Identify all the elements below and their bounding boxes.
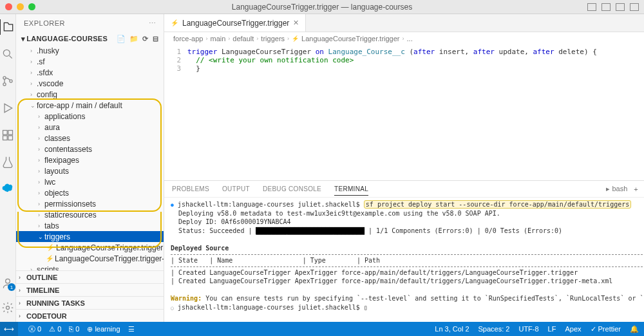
tab-output[interactable]: OUTPUT (222, 185, 250, 192)
layout-controls[interactable] (587, 3, 639, 11)
more-icon[interactable]: ⋯ (149, 19, 156, 28)
folder-layouts[interactable]: ›layouts (16, 165, 164, 176)
shell-label[interactable]: ▸ bash (606, 185, 627, 193)
section-outline[interactable]: ›OUTLINE (16, 270, 164, 283)
status-bell-icon[interactable]: 🔔 (630, 325, 639, 333)
status-branch[interactable]: ⊕ learning (87, 325, 120, 333)
new-file-icon[interactable]: 📄 (117, 35, 126, 43)
tab-debug-console[interactable]: DEBUG CONSOLE (263, 185, 321, 192)
editor-tabs: ⚡ LanguageCourseTrigger.trigger ✕ ◫ ⋯ (164, 14, 644, 32)
search-icon[interactable] (0, 46, 15, 62)
sidebar: EXPLORER ⋯ ▾ LANGUAGE-COURSES 📄 📁 ⟳ ⊟ ›.… (16, 14, 164, 322)
explorer-icon[interactable] (0, 19, 15, 35)
svg-point-9 (6, 306, 10, 310)
editor-area: ⚡ LanguageCourseTrigger.trigger ✕ ◫ ⋯ fo… (164, 14, 644, 322)
lightning-icon: ⚡ (46, 244, 55, 251)
run-debug-icon[interactable] (0, 100, 15, 116)
close-icon[interactable]: ✕ (293, 19, 299, 27)
tab-trigger-file[interactable]: ⚡ LanguageCourseTrigger.trigger ✕ (164, 14, 306, 32)
lightning-icon: ⚡ (171, 19, 178, 26)
close-window[interactable] (5, 3, 12, 10)
section-running-tasks[interactable]: ›RUNNING TASKS (16, 296, 164, 309)
folder-sfdx[interactable]: ›.sfdx (16, 67, 164, 78)
section-timeline[interactable]: ›TIMELINE (16, 283, 164, 296)
svg-point-8 (6, 279, 10, 283)
folder-vscode[interactable]: ›.vscode (16, 78, 164, 89)
titlebar: LanguageCourseTrigger.trigger — language… (0, 0, 644, 14)
accounts-icon[interactable]: 1 (1, 277, 14, 290)
folder-tabs[interactable]: ›tabs (16, 220, 164, 231)
status-cursor[interactable]: Ln 3, Col 2 (435, 325, 469, 333)
terminal[interactable]: ● jshackell-ltm:language-courses juliet.… (164, 198, 644, 322)
svg-point-3 (10, 80, 12, 82)
settings-icon[interactable] (0, 300, 15, 315)
salesforce-icon[interactable] (0, 182, 15, 197)
status-spaces[interactable]: Spaces: 2 (478, 325, 510, 333)
folder-permissionsets[interactable]: ›permissionsets (16, 198, 164, 209)
tab-terminal[interactable]: TERMINAL (334, 185, 368, 196)
test-icon[interactable] (0, 154, 15, 170)
new-folder-icon[interactable]: 📁 (129, 35, 138, 43)
svg-point-0 (3, 50, 10, 56)
workspace-root[interactable]: ▾ LANGUAGE-COURSES 📄 📁 ⟳ ⊟ (16, 32, 164, 45)
svg-rect-5 (8, 131, 13, 135)
status-warnings[interactable]: ⚠ 0 (49, 325, 61, 333)
folder-contentassets[interactable]: ›contentassets (16, 144, 164, 154)
status-bar: ⟷ ⓧ 0 ⚠ 0 ⎘ 0 ⊕ learning ☰ Ln 3, Col 2 S… (0, 322, 644, 336)
minimize-window[interactable] (17, 3, 24, 10)
folder-staticresources[interactable]: ›staticresources (16, 209, 164, 220)
folder-scripts[interactable]: ›scripts (16, 264, 164, 270)
status-eol[interactable]: LF (548, 325, 556, 333)
svg-rect-4 (3, 131, 8, 135)
status-ports[interactable]: ⎘ 0 (69, 325, 79, 333)
status-errors[interactable]: ⓧ 0 (28, 324, 41, 334)
source-control-icon[interactable] (0, 73, 15, 89)
folder-sf[interactable]: ›.sf (16, 56, 164, 67)
folder-config[interactable]: ›config (16, 89, 164, 100)
panel: PROBLEMS OUTPUT DEBUG CONSOLE TERMINAL ▸… (164, 180, 644, 322)
zoom-window[interactable] (28, 3, 35, 10)
file-tree: ›.husky ›.sf ›.sfdx ›.vscode ›config ⌄fo… (16, 45, 164, 270)
folder-aura[interactable]: ›aura (16, 122, 164, 133)
file-trigger-meta[interactable]: ⚡LanguageCourseTrigger.trigger-meta.xml (16, 253, 164, 264)
folder-husky[interactable]: ›.husky (16, 45, 164, 56)
extensions-icon[interactable] (0, 127, 15, 143)
svg-point-1 (3, 77, 6, 79)
window-title: LanguageCourseTrigger.trigger — language… (232, 3, 412, 12)
activity-bar: 1 (0, 14, 16, 322)
status-encoding[interactable]: UTF-8 (518, 325, 538, 333)
folder-force-app[interactable]: ⌄force-app / main / default (16, 100, 164, 111)
folder-applications[interactable]: ›applications (16, 111, 164, 122)
folder-triggers[interactable]: ⌄triggers (16, 231, 164, 242)
status-list-icon[interactable]: ☰ (128, 325, 135, 333)
svg-rect-7 (8, 136, 13, 140)
new-terminal-icon[interactable]: + (634, 185, 638, 193)
code-editor[interactable]: 1trigger LanguageCourseTrigger on Langua… (164, 45, 644, 180)
folder-lwc[interactable]: ›lwc (16, 176, 164, 187)
breadcrumb[interactable]: force-app› main› default› triggers› ⚡ La… (164, 32, 644, 45)
collapse-icon[interactable]: ⊟ (153, 35, 158, 43)
section-codetour[interactable]: ›CODETOUR (16, 309, 164, 322)
tab-problems[interactable]: PROBLEMS (172, 185, 209, 192)
folder-flexipages[interactable]: ›flexipages (16, 154, 164, 165)
panel-tabs: PROBLEMS OUTPUT DEBUG CONSOLE TERMINAL ▸… (164, 181, 644, 198)
folder-classes[interactable]: ›classes (16, 133, 164, 144)
explorer-header: EXPLORER ⋯ (16, 14, 164, 32)
status-language[interactable]: Apex (565, 325, 581, 333)
traffic-lights (5, 3, 35, 10)
refresh-icon[interactable]: ⟳ (142, 35, 148, 43)
file-trigger[interactable]: ⚡LanguageCourseTrigger.trigger (16, 242, 164, 253)
remote-indicator[interactable]: ⟷ (0, 322, 18, 336)
folder-objects[interactable]: ›objects (16, 187, 164, 198)
svg-rect-6 (3, 136, 8, 140)
svg-point-2 (3, 83, 6, 86)
status-prettier[interactable]: ✓ Prettier (591, 325, 621, 333)
lightning-icon: ⚡ (46, 255, 53, 262)
